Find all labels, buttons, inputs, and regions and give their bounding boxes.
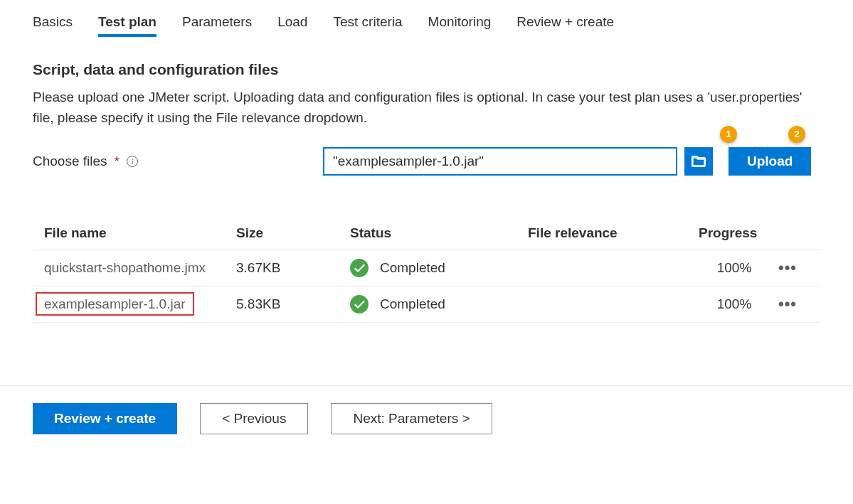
table-row: quickstart-shopathome.jmx 3.67KB Complet… [33, 250, 820, 286]
choose-files-label-text: Choose files [33, 154, 107, 169]
required-asterisk: * [115, 154, 120, 169]
next-button[interactable]: Next: Parameters > [331, 403, 492, 434]
tab-load[interactable]: Load [277, 14, 307, 36]
footer-actions: Review + create < Previous Next: Paramet… [33, 386, 820, 449]
files-table: File name Size Status File relevance Pro… [33, 218, 820, 323]
review-create-button[interactable]: Review + create [33, 403, 177, 434]
column-header-relevance[interactable]: File relevance [528, 225, 699, 241]
file-name-cell: quickstart-shopathome.jmx [44, 260, 206, 275]
folder-icon [692, 156, 706, 167]
more-icon: ••• [778, 259, 797, 277]
file-progress-cell: 100% [699, 296, 770, 312]
tab-parameters[interactable]: Parameters [182, 14, 252, 36]
file-name-cell: examplesampler-1.0.jar [36, 292, 194, 316]
file-status-cell: Completed [350, 295, 528, 313]
info-icon[interactable]: i [127, 156, 138, 167]
file-status-cell: Completed [350, 259, 528, 277]
callout-badge-2: 2 [788, 126, 805, 143]
column-header-progress[interactable]: Progress [699, 225, 770, 241]
tab-basics[interactable]: Basics [33, 14, 73, 36]
file-size-cell: 3.67KB [236, 260, 350, 276]
callout-badge-1: 1 [720, 126, 737, 143]
tab-monitoring[interactable]: Monitoring [428, 14, 492, 36]
column-header-size[interactable]: Size [236, 225, 350, 241]
file-input[interactable] [323, 147, 677, 176]
previous-button[interactable]: < Previous [200, 403, 308, 434]
tab-bar: Basics Test plan Parameters Load Test cr… [33, 14, 820, 36]
tab-test-criteria[interactable]: Test criteria [333, 14, 402, 36]
row-actions-button[interactable]: ••• [770, 295, 805, 313]
column-header-status[interactable]: Status [350, 225, 528, 241]
tab-test-plan[interactable]: Test plan [98, 14, 157, 36]
table-row: examplesampler-1.0.jar 5.83KB Completed … [33, 286, 820, 323]
file-progress-cell: 100% [699, 260, 770, 276]
upload-button[interactable]: Upload [729, 147, 811, 176]
section-description: Please upload one JMeter script. Uploadi… [33, 87, 820, 129]
more-icon: ••• [778, 295, 797, 313]
file-size-cell: 5.83KB [236, 296, 350, 312]
status-text: Completed [380, 260, 445, 276]
column-header-name[interactable]: File name [44, 225, 236, 241]
status-text: Completed [380, 296, 445, 312]
row-actions-button[interactable]: ••• [770, 259, 805, 277]
section-title: Script, data and configuration files [33, 61, 820, 78]
column-header-actions [770, 225, 805, 241]
check-icon [350, 259, 369, 277]
check-icon [350, 295, 369, 313]
browse-button[interactable] [684, 147, 713, 176]
tab-review-create[interactable]: Review + create [516, 14, 614, 36]
choose-files-row: Choose files * i Upload 1 2 [33, 147, 820, 176]
choose-files-label: Choose files * i [33, 154, 323, 169]
table-header: File name Size Status File relevance Pro… [33, 218, 820, 250]
